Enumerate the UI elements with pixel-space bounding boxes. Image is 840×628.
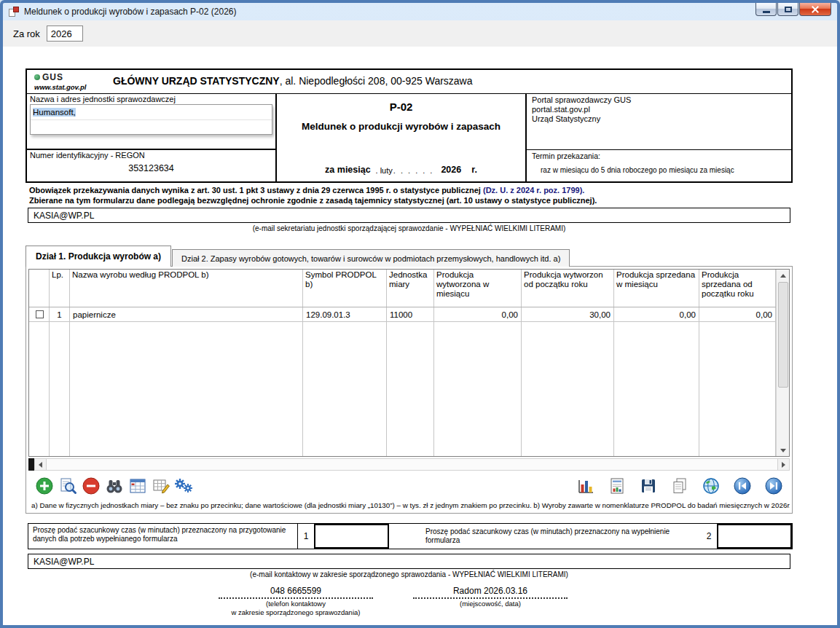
place-date-block: Radom 2026.03.16 (miejscowość, data) xyxy=(413,586,568,616)
form-title-column: P-02 Meldunek o produkcji wyrobów i zapa… xyxy=(277,94,525,181)
maximize-button[interactable] xyxy=(777,3,798,16)
gus-header-row: GUS www.stat.gov.pl GŁÓWNY URZĄD STATYST… xyxy=(27,70,791,94)
tab-dzial-1[interactable]: Dział 1. Produkcja wyrobów a) xyxy=(25,246,171,267)
vertical-scrollbar[interactable] xyxy=(776,270,789,456)
settings-button[interactable] xyxy=(173,474,196,498)
grid-splitter[interactable] xyxy=(28,458,34,471)
grid-footnote: a) Dane w fizycznych jednostkach miary –… xyxy=(28,501,790,509)
nav-last-icon xyxy=(764,476,783,495)
month-line: za miesiąc .luty. . . . . . 2026 r. xyxy=(325,165,477,175)
col-header-sprzedana-miesiac: Produkcja sprzedana w miesiącu xyxy=(614,270,699,307)
time-q2-input[interactable] xyxy=(717,524,792,549)
phone-block: 048 6665599 (telefon kontaktowy w zakres… xyxy=(219,586,373,616)
table-edit-icon xyxy=(152,476,170,495)
portal-column: Portal sprawozdawczy GUS portal.stat.gov… xyxy=(525,94,791,181)
table-icon xyxy=(128,476,147,495)
regon-label: Numer identyfikacyjny - REGON xyxy=(30,151,272,160)
tab-panel-dzial-1: Lp. Nazwa wyrobu według PRODPOL b) Symbo… xyxy=(25,266,793,514)
portal-line3: Urząd Statystyczny xyxy=(532,114,786,124)
title-bar[interactable]: Meldunek o produkcji wyrobów i zapasach … xyxy=(3,3,837,20)
col-header-jednostka: Jednostka miary xyxy=(387,270,434,307)
gus-website: www.stat.gov.pl xyxy=(34,83,113,91)
horizontal-scroll-thumb[interactable] xyxy=(47,458,777,471)
contact-section: 048 6665599 (telefon kontaktowy w zakres… xyxy=(219,586,793,616)
vertical-scroll-thumb[interactable] xyxy=(778,282,788,388)
maximize-icon xyxy=(785,7,792,12)
scroll-up-button[interactable] xyxy=(777,270,790,281)
place-dotted-line xyxy=(413,597,568,599)
month-value[interactable]: luty xyxy=(380,166,393,175)
unit-name-value: Humansoft, xyxy=(33,108,76,117)
binoculars-icon xyxy=(105,476,124,495)
save-icon xyxy=(639,476,658,495)
unit-address-input[interactable] xyxy=(31,119,272,134)
gus-logo: GUS xyxy=(34,72,113,82)
year-input[interactable]: 2026 xyxy=(47,25,83,42)
web-export-button[interactable] xyxy=(699,474,723,498)
section-tabs: Dział 1. Produkcja wyrobów a) Dział 2. Z… xyxy=(25,246,793,267)
delete-button[interactable] xyxy=(79,474,103,498)
app-window: Meldunek o produkcji wyrobów i zapasach … xyxy=(0,0,840,628)
copy-button[interactable] xyxy=(668,474,691,498)
scroll-right-button[interactable] xyxy=(777,458,790,471)
row-checkbox[interactable] xyxy=(36,310,44,318)
add-icon xyxy=(35,476,54,495)
chart-button[interactable] xyxy=(574,474,597,498)
search-button[interactable] xyxy=(103,474,126,498)
nav-first-button[interactable] xyxy=(731,474,754,498)
phone-input[interactable]: 048 6665599 xyxy=(270,586,321,596)
time-estimates: Proszę podać szacunkowy czas (w minutach… xyxy=(28,523,793,549)
month-label: za miesiąc xyxy=(325,165,371,175)
year-suffix: r. xyxy=(471,165,477,175)
org-name: GŁÓWNY URZĄD STATYSTYCZNY xyxy=(113,75,280,87)
edit-table-button[interactable] xyxy=(149,474,173,498)
form-header: GUS www.stat.gov.pl GŁÓWNY URZĄD STATYST… xyxy=(25,68,793,183)
form-host: GUS www.stat.gov.pl GŁÓWNY URZĄD STATYST… xyxy=(3,47,837,625)
close-button[interactable] xyxy=(799,3,831,16)
cell-symbol: 129.09.01.3 xyxy=(303,307,387,321)
report-button[interactable] xyxy=(605,474,629,498)
chart-icon xyxy=(576,476,595,495)
tab-dzial-2[interactable]: Dział 2. Zapasy wyrobów gotowych, towaró… xyxy=(172,249,570,267)
window-title: Meldunek o produkcji wyrobów i zapasach … xyxy=(24,7,237,17)
window-controls xyxy=(755,3,831,16)
cell-nazwa: papiernicze xyxy=(70,307,303,321)
report-icon xyxy=(608,476,627,495)
client-area: Za rok 2026 GUS www.stat.gov.pl xyxy=(3,20,837,625)
add-button[interactable] xyxy=(33,474,56,498)
horizontal-scrollbar[interactable] xyxy=(28,458,790,471)
scroll-down-button[interactable] xyxy=(777,444,790,456)
place-caption: (miejscowość, data) xyxy=(460,600,521,608)
secretariat-email-input[interactable]: KASIA@WP.PL xyxy=(28,208,790,223)
portal-line1: Portal sprawozdawczy GUS xyxy=(532,95,786,105)
portal-line2: portal.stat.gov.pl xyxy=(532,105,786,114)
regon-value: 353123634 xyxy=(30,163,272,173)
scroll-left-button[interactable] xyxy=(34,458,47,471)
arrow-up-icon xyxy=(780,274,786,278)
products-grid: Lp. Nazwa wyrobu według PRODPOL b) Symbo… xyxy=(28,269,790,457)
arrow-down-icon xyxy=(780,449,786,452)
time-q1-input[interactable] xyxy=(314,524,389,549)
portal-box: Portal sprawozdawczy GUS portal.stat.gov… xyxy=(527,94,791,150)
nav-first-icon xyxy=(733,476,752,495)
save-button[interactable] xyxy=(637,474,660,498)
minimize-button[interactable] xyxy=(755,3,777,16)
time-q1-text: Proszę podać szacunkowy czas (w minutach… xyxy=(28,524,298,549)
place-date-input[interactable]: Radom 2026.03.16 xyxy=(453,586,527,596)
nav-last-button[interactable] xyxy=(762,474,785,498)
table-view-button[interactable] xyxy=(126,474,149,498)
table-row[interactable]: 1 papiernicze 129.09.01.3 11000 0,00 30,… xyxy=(29,307,776,322)
unit-column: Nazwa i adres jednostki sprawozdawczej H… xyxy=(27,94,277,181)
unit-name-box: Nazwa i adres jednostki sprawozdawczej H… xyxy=(27,94,275,150)
org-address: , al. Niepodległości 208, 00-925 Warszaw… xyxy=(280,75,473,87)
unit-name-input[interactable]: Humansoft, xyxy=(30,104,272,135)
p02-form: GUS www.stat.gov.pl GŁÓWNY URZĄD STATYST… xyxy=(25,68,793,616)
cell-wytworzona-rok: 30,00 xyxy=(522,307,614,321)
form-name: Meldunek o produkcji wyrobów i zapasach xyxy=(302,121,501,132)
month-year-value[interactable]: 2026 xyxy=(441,165,461,175)
view-button[interactable] xyxy=(56,474,79,498)
contact-email-input[interactable]: KASIA@WP.PL xyxy=(28,554,790,569)
col-header-symbol: Symbol PRODPOL b) xyxy=(303,270,387,307)
col-header-nazwa: Nazwa wyrobu według PRODPOL b) xyxy=(70,270,303,307)
gus-logo-text: GUS xyxy=(42,72,63,82)
